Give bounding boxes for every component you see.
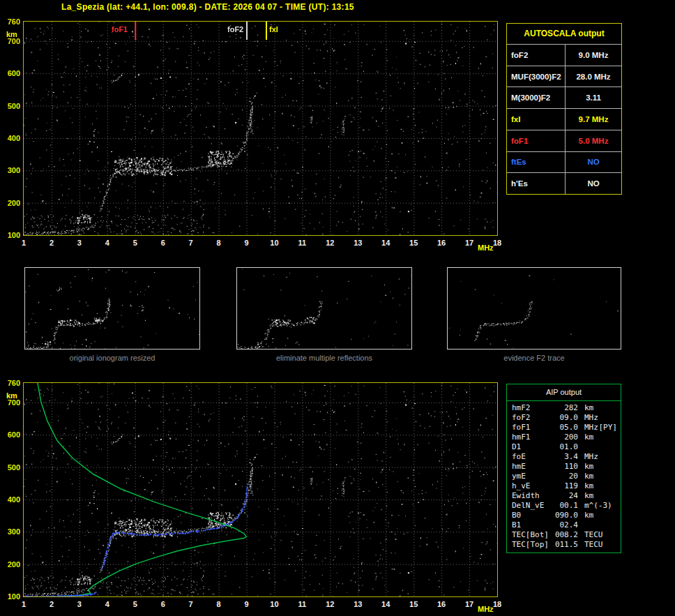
aip-row: TEC[Bot]008.2TECU xyxy=(507,530,621,540)
autoscala-row-label: fxI xyxy=(507,109,566,130)
y-axis-tick: 400 xyxy=(1,495,20,504)
aip-row-unit: km xyxy=(578,433,593,442)
autoscala-row-label: h'Es xyxy=(507,173,566,194)
aip-row-value: 090.0 xyxy=(553,511,578,520)
x-axis-tick: 6 xyxy=(156,239,171,247)
x-axis-tick: 1 xyxy=(16,600,31,608)
aip-row-name: h_vE xyxy=(507,481,553,491)
x-axis-tick: 8 xyxy=(211,600,227,608)
autoscala-row: h'EsNO xyxy=(507,173,621,194)
x-axis-tick: 14 xyxy=(378,600,393,608)
y-axis-tick: 200 xyxy=(1,560,20,569)
y-axis-tick: 200 xyxy=(1,199,20,207)
x-axis-tick: 17 xyxy=(462,239,477,247)
aip-row-name: B0 xyxy=(507,511,553,520)
autoscala-row: foF15.0 MHz xyxy=(507,130,621,152)
autoscala-row: M(3000)F23.11 xyxy=(507,87,621,109)
y-axis-tick: 760 xyxy=(1,379,20,387)
autoscala-rows: foF29.0 MHzMUF(3000)F228.0 MHzM(3000)F23… xyxy=(507,45,621,194)
aip-row-unit: km xyxy=(578,491,593,501)
aip-row-name: B1 xyxy=(507,520,553,530)
aip-row: hmE110km xyxy=(507,462,621,472)
y-axis-tick: 300 xyxy=(1,166,20,174)
x-axis-tick: 11 xyxy=(294,239,310,247)
aip-row: hmF1200km xyxy=(507,433,621,442)
aip-row: foF105.0MHz[PY] xyxy=(507,423,621,433)
autoscala-row: foF29.0 MHz xyxy=(507,45,621,66)
aip-title: AIP output xyxy=(507,384,621,401)
aip-row-value: 20 xyxy=(553,472,578,481)
aip-row: ymE20km xyxy=(507,472,621,481)
x-axis-tick: 12 xyxy=(322,239,338,247)
aip-row-name: D1 xyxy=(507,442,553,452)
autoscala-row-label: M(3000)F2 xyxy=(507,87,566,108)
y-axis-tick: 400 xyxy=(1,134,20,142)
fof2-marker-label: foF2 xyxy=(227,25,243,33)
aip-row-name: hmF2 xyxy=(507,403,553,413)
aip-row-name: Ewidth xyxy=(507,491,553,501)
x-axis-tick: 15 xyxy=(406,600,421,608)
aip-row: Ewidth24km xyxy=(507,491,621,501)
thumbnail-clean-canvas xyxy=(237,268,411,349)
aip-row-name: TEC[Bot] xyxy=(507,530,553,540)
autoscala-row-label: ftEs xyxy=(507,152,566,173)
aip-row: hmF2282km xyxy=(507,403,621,413)
y-axis-tick: 600 xyxy=(1,430,20,439)
aip-row: D101.0 xyxy=(507,442,621,452)
autoscala-row-value: 9.7 MHz xyxy=(566,109,621,130)
x-axis-tick: 11 xyxy=(294,600,310,608)
x-axis-tick: 3 xyxy=(72,239,87,247)
x-axis-tick: 3 xyxy=(72,600,87,608)
aip-row-unit: km xyxy=(578,511,593,520)
x-axis-tick: 12 xyxy=(322,600,338,608)
aip-row-value: 011.5 xyxy=(553,540,578,550)
aip-row-unit: km xyxy=(578,462,593,472)
aip-row-unit xyxy=(578,520,584,530)
thumbnail-caption-evidence: evidence F2 trace xyxy=(447,354,621,362)
x-axis-tick: 5 xyxy=(128,239,143,247)
aip-rows: hmF2282kmfoF209.0MHzfoF105.0MHz[PY]hmF12… xyxy=(507,401,621,550)
y-axis-tick: 500 xyxy=(1,102,20,110)
aip-row-unit: MHz xyxy=(578,452,598,462)
y-axis-unit-label: km xyxy=(6,30,17,38)
autoscala-row-value: 5.0 MHz xyxy=(566,130,621,151)
y-axis-tick: 600 xyxy=(1,69,20,77)
aip-row-unit: TECU xyxy=(578,530,603,540)
x-axis-tick: 9 xyxy=(239,239,255,247)
aip-row-name: TEC[Top] xyxy=(507,540,553,550)
aip-panel: AIP output hmF2282kmfoF209.0MHzfoF105.0M… xyxy=(506,384,621,553)
aip-row-value: 24 xyxy=(553,491,578,501)
ionogram-canvas xyxy=(24,22,497,235)
x-axis-tick: 2 xyxy=(44,239,59,247)
aip-row: foE3.4MHz xyxy=(507,452,621,462)
ionogram-plot: foF1 foF2 fxI xyxy=(23,21,498,236)
aip-row-unit: km xyxy=(578,472,593,481)
autoscala-row-label: foF1 xyxy=(507,130,566,151)
x-axis-tick: 5 xyxy=(128,600,143,608)
x-axis-tick: 15 xyxy=(406,239,421,247)
aip-row: B102.4 xyxy=(507,520,621,530)
aip-row-value: 008.2 xyxy=(553,530,578,540)
ionogram-profile-plot xyxy=(23,382,498,597)
autoscala-row: MUF(3000)F228.0 MHz xyxy=(507,66,621,88)
aip-row-value: 3.4 xyxy=(553,452,578,462)
aip-row: TEC[Top]011.5TECU xyxy=(507,540,621,550)
x-axis-tick: 7 xyxy=(183,239,199,247)
y-axis-tick: 300 xyxy=(1,527,20,536)
autoscala-row-value: NO xyxy=(566,152,621,173)
y-axis-unit-label: km xyxy=(6,391,17,400)
aip-row-value: 00.1 xyxy=(553,501,578,511)
aip-row-unit: TECU xyxy=(578,540,603,550)
autoscala-row-value: NO xyxy=(566,173,621,194)
aip-row: h_vE119km xyxy=(507,481,621,491)
autoscala-row: fxI9.7 MHz xyxy=(507,109,621,130)
page-title: La_Spezia (lat: +44.1, lon: 009.8) - DAT… xyxy=(61,2,354,12)
aip-row-unit xyxy=(578,442,584,452)
autoscala-row-value: 3.11 xyxy=(566,87,621,108)
aip-row-value: 200 xyxy=(553,433,578,442)
x-axis-tick: 9 xyxy=(239,600,255,608)
x-axis-tick: 7 xyxy=(183,600,199,608)
x-axis-tick: 13 xyxy=(350,600,365,608)
aip-row-value: 02.4 xyxy=(553,520,578,530)
autoscala-row-label: MUF(3000)F2 xyxy=(507,66,566,87)
